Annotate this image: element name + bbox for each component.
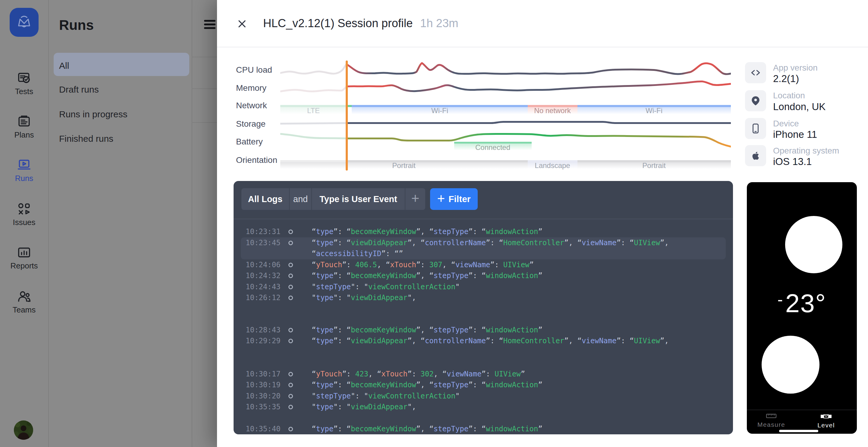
close-icon xyxy=(237,19,247,29)
network-segment-label: Wi-Fi xyxy=(646,107,662,115)
runs-filter-in-progress[interactable]: Runs in progress xyxy=(59,109,127,119)
location-pin-icon xyxy=(750,95,761,106)
runs-icon xyxy=(0,157,48,173)
log-row[interactable]: 10:30:17“yTouch”: 423, “xTouch”: 302, “v… xyxy=(241,368,726,380)
log-row[interactable]: 10:35:35"type": "viewDidAppear", xyxy=(241,401,726,413)
sidebar-item-tests[interactable]: Tests xyxy=(0,70,48,96)
log-row[interactable]: 10:23:31“type”: “becomeKeyWindow”, “step… xyxy=(241,226,726,237)
log-row[interactable]: 10:24:06“yTouch”: 406.5, “xTouch”: 307, … xyxy=(241,259,726,271)
chart-row-label-orientation: Orientation xyxy=(236,155,277,165)
info-label: Device xyxy=(773,119,799,128)
header-divider xyxy=(217,47,868,47)
log-filter-bar: All Logs and Type is User Event + + Filt… xyxy=(234,181,733,219)
tab-level: Level xyxy=(802,414,850,429)
log-level-icon xyxy=(288,230,293,234)
sidebar-item-label: Teams xyxy=(0,305,48,315)
info-label: Location xyxy=(773,91,805,100)
plus-icon: + xyxy=(437,192,445,205)
battery-connected-band: Connected xyxy=(454,142,532,151)
battery-line xyxy=(347,134,731,147)
tab-bar-divider xyxy=(747,410,857,410)
avatar-photo xyxy=(14,420,33,440)
log-row[interactable]: 10:30:19“type”: “becomeKeyWindow”, “step… xyxy=(241,380,726,391)
orientation-segment-label: Landscape xyxy=(535,161,570,170)
sidebar-item-teams[interactable]: Teams xyxy=(0,289,48,315)
info-value: 2.2(1) xyxy=(773,73,799,85)
session-timeline-chart[interactable]: LTE Wi-Fi No network Wi-Fi Portrait Land… xyxy=(280,57,731,172)
runs-filter-all[interactable]: All xyxy=(59,61,69,71)
network-segment-label: Wi-Fi xyxy=(431,107,448,115)
sidebar-item-issues[interactable]: Issues xyxy=(0,202,48,227)
ruler-icon xyxy=(766,414,776,418)
log-level-icon xyxy=(288,394,293,398)
info-value: London, UK xyxy=(773,101,826,113)
log-viewer: All Logs and Type is User Event + + Filt… xyxy=(234,181,733,434)
sidebar-item-label: Tests xyxy=(0,87,48,96)
log-level-icon xyxy=(288,372,293,377)
reports-icon xyxy=(0,245,48,260)
info-value: iPhone 11 xyxy=(773,129,817,140)
filter-chip-group: All Logs and Type is User Event + xyxy=(241,188,425,210)
chart-row-label-network: Network xyxy=(236,101,267,110)
runs-filter-finished[interactable]: Finished runs xyxy=(59,133,113,144)
chart-row-label-memory: Memory xyxy=(236,83,267,93)
network-band: LTE Wi-Fi No network Wi-Fi xyxy=(280,105,731,115)
os-tile xyxy=(745,145,766,166)
level-angle-readout: -23° xyxy=(747,288,857,318)
sidebar-item-plans[interactable]: Plans xyxy=(0,114,48,140)
runs-filter-draft[interactable]: Draft runs xyxy=(59,85,99,95)
sidebar-item-reports[interactable]: Reports xyxy=(0,245,48,271)
chart-row-label-storage: Storage xyxy=(236,119,266,129)
plans-icon xyxy=(0,114,48,129)
sidebar-item-label: Reports xyxy=(0,261,48,271)
add-condition-button[interactable]: + xyxy=(405,188,425,210)
log-level-icon xyxy=(288,274,293,278)
filter-chip-condition[interactable]: Type is User Event xyxy=(311,188,405,210)
log-level-icon xyxy=(288,285,293,289)
sidebar-item-label: Runs xyxy=(0,174,48,183)
filter-operator: and xyxy=(289,188,311,210)
memory-line xyxy=(347,82,731,91)
filter-button[interactable]: + Filter xyxy=(430,188,478,210)
session-profile-modal: HLC_v2.12(1) Session profile 1h 23m CPU … xyxy=(217,0,868,447)
location-tile xyxy=(745,90,766,111)
modal-title: HLC_v2.12(1) Session profile xyxy=(263,17,412,30)
log-row[interactable]: 10:35:40“type”: “becomeKeyWindow”, “step… xyxy=(241,423,726,435)
log-row[interactable]: 10:24:32“type”: “becomeKeyWindow”, “step… xyxy=(241,270,726,281)
info-label: App version xyxy=(773,63,818,73)
teams-icon xyxy=(0,289,48,304)
battery-connected-label: Connected xyxy=(475,143,510,151)
log-level-icon xyxy=(288,263,293,267)
page-title: Runs xyxy=(59,17,94,33)
log-level-icon xyxy=(288,405,293,409)
close-button[interactable] xyxy=(235,17,249,31)
smartphone-icon xyxy=(750,123,761,134)
log-row[interactable]: 10:26:12"type": "viewDidAppear", xyxy=(241,292,726,303)
chart-row-label-battery: Battery xyxy=(236,137,263,147)
sidebar-item-label: Issues xyxy=(0,218,48,227)
background-table xyxy=(192,0,217,447)
app-logo[interactable] xyxy=(10,8,38,37)
user-avatar[interactable] xyxy=(14,420,33,441)
chart-row-label-cpu: CPU load xyxy=(236,65,272,75)
issues-icon xyxy=(0,202,48,216)
network-segment-label: No network xyxy=(534,107,571,115)
sidebar-item-label: Plans xyxy=(0,130,48,140)
sidebar-item-runs[interactable]: Runs xyxy=(0,157,48,183)
filter-chip-all-logs[interactable]: All Logs xyxy=(241,188,289,210)
log-row[interactable]: 10:24:43"stepType": "viewControllerActio… xyxy=(241,281,726,293)
log-row[interactable]: 10:30:20"stepType": "viewControllerActio… xyxy=(241,391,726,402)
pre-session-lines xyxy=(280,64,347,139)
log-row[interactable]: 10:23:45“type”: “viewDidAppear”, “contro… xyxy=(241,237,726,259)
level-bubble-bottom xyxy=(762,336,819,394)
hamburger-menu-icon[interactable] xyxy=(204,20,216,30)
session-lines xyxy=(347,63,731,147)
orientation-segment-label: Portrait xyxy=(642,161,666,170)
tab-measure: Measure xyxy=(747,414,795,428)
app-version-tile xyxy=(745,62,766,83)
orientation-segment-label: Portrait xyxy=(392,161,415,170)
cpu-line xyxy=(347,63,731,74)
device-screen-mirror[interactable]: -23° Measure Level xyxy=(747,182,857,434)
log-row[interactable]: 10:28:43“type”: “becomeKeyWindow”, “step… xyxy=(241,325,726,336)
log-row[interactable]: 10:29:29“type”: “viewDidAppear”, “contro… xyxy=(241,335,726,347)
